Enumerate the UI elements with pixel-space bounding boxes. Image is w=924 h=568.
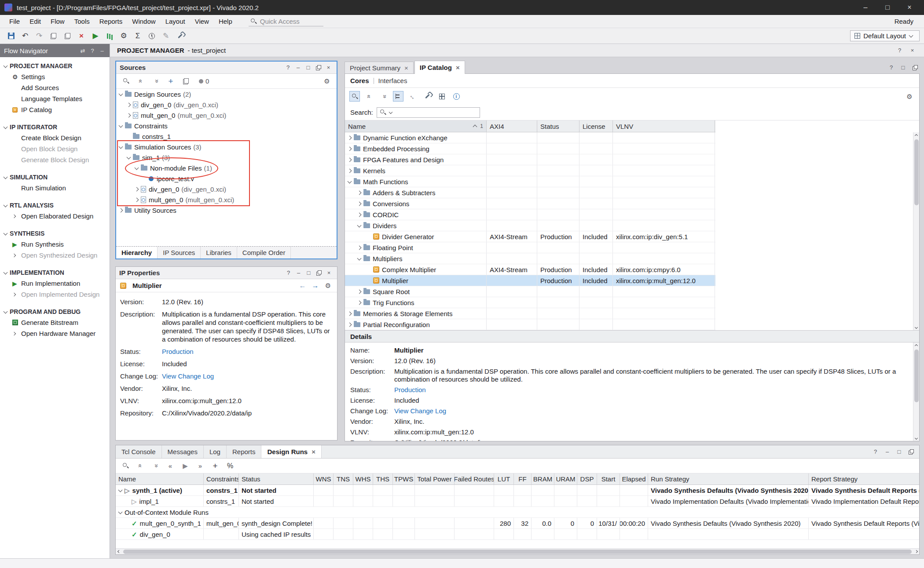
catalog-row-dividers[interactable]: Dividers	[345, 220, 715, 231]
tab-design-runs[interactable]: Design Runs×	[261, 445, 321, 458]
minimize-panel-icon[interactable]: –	[99, 46, 106, 55]
runs-column-report-strategy[interactable]: Report Strategy	[809, 473, 919, 484]
dock-icon[interactable]: ⇄	[79, 46, 86, 55]
edit-icon[interactable]: ✎	[159, 30, 172, 42]
maximize-window-button[interactable]: □	[877, 2, 898, 13]
section-header-ip-integrator[interactable]: IP INTEGRATOR	[0, 122, 110, 132]
nav-item-open-hardware-manager[interactable]: Open Hardware Manager	[0, 328, 110, 339]
chevron-right-icon[interactable]	[135, 187, 139, 191]
search-icon[interactable]	[120, 461, 131, 471]
tree-item-mult-gen-0[interactable]: mult_gen_0(mult_gen_0.xci)	[116, 194, 337, 205]
menu-edit[interactable]: Edit	[25, 16, 46, 27]
float-panel-icon[interactable]	[314, 63, 323, 72]
debug-icon[interactable]	[173, 30, 187, 42]
chevron-down-icon[interactable]	[127, 155, 131, 159]
chevron-right-icon[interactable]	[357, 245, 362, 250]
scroll-down-icon[interactable]	[913, 324, 920, 330]
menu-flow[interactable]: Flow	[46, 16, 70, 27]
nav-item-add-sources[interactable]: Add Sources	[0, 82, 110, 93]
skip-ahead-icon[interactable]: »	[195, 461, 205, 471]
runs-column-wns[interactable]: WNS	[314, 473, 334, 484]
tab-ip-sources[interactable]: IP Sources	[158, 247, 201, 259]
tree-item-utility-sources[interactable]: Utility Sources	[116, 205, 337, 215]
back-icon[interactable]: ←	[298, 281, 307, 290]
add-sources-icon[interactable]: +	[165, 76, 176, 87]
catalog-column-status[interactable]: Status	[537, 120, 579, 132]
tab-tcl-console[interactable]: Tcl Console	[116, 445, 162, 458]
catalog-column-vlnv[interactable]: VLNV	[613, 120, 715, 132]
chevron-down-icon[interactable]	[119, 91, 123, 96]
nav-item-open-implemented-design[interactable]: Open Implemented Design	[0, 289, 110, 300]
redo-icon[interactable]: ↷	[33, 30, 46, 42]
scroll-right-icon[interactable]	[913, 549, 919, 555]
create-runs-icon[interactable]: +	[210, 461, 220, 471]
catalog-column-name[interactable]: Name1	[345, 120, 487, 132]
chevron-right-icon[interactable]	[357, 289, 362, 294]
catalog-row-kernels[interactable]: Kernels	[345, 165, 715, 176]
runs-column-bram[interactable]: BRAM	[532, 473, 554, 484]
expand-view-icon[interactable]: ↔	[407, 91, 418, 102]
catalog-row-math-functions[interactable]: Math Functions	[345, 176, 715, 187]
catalog-row-floating-point[interactable]: Floating Point	[345, 242, 715, 253]
runs-column-name[interactable]: Name	[116, 473, 204, 484]
chevron-right-icon[interactable]	[348, 146, 352, 151]
chevron-right-icon[interactable]	[348, 168, 352, 173]
menu-window[interactable]: Window	[127, 16, 160, 27]
section-header-synthesis[interactable]: SYNTHESIS	[0, 228, 110, 239]
scroll-up-icon[interactable]	[913, 342, 920, 349]
settings-icon[interactable]: ⚙	[117, 30, 130, 42]
chevron-right-icon[interactable]	[357, 300, 362, 305]
chevron-down-icon[interactable]	[118, 488, 123, 492]
catalog-row-memories-storage-elements[interactable]: Memories & Storage Elements	[345, 308, 715, 319]
chevron-right-icon[interactable]	[348, 311, 352, 316]
details-field-value[interactable]: View Change Log	[394, 407, 914, 415]
settings-gear-icon[interactable]: ⚙	[904, 91, 915, 102]
help-icon[interactable]: ?	[895, 46, 904, 55]
scroll-down-icon[interactable]	[913, 435, 920, 441]
chevron-right-icon[interactable]	[348, 322, 352, 327]
tree-item-mult-gen-0[interactable]: mult_gen_0(mult_gen_0.xci)	[116, 110, 337, 120]
settings-gear-icon[interactable]: ⚙	[322, 76, 332, 87]
close-window-button[interactable]: ×	[899, 2, 920, 13]
float-panel-icon[interactable]	[910, 63, 920, 72]
nav-item-run-synthesis[interactable]: ▶Run Synthesis	[0, 239, 110, 250]
tab-ip-catalog[interactable]: IP Catalog×	[414, 61, 465, 74]
maximize-panel-icon[interactable]: □	[304, 268, 313, 277]
catalog-row-cordic[interactable]: CORDIC	[345, 209, 715, 220]
close-panel-icon[interactable]: ×	[324, 268, 334, 277]
runs-column-status[interactable]: Status	[239, 473, 314, 484]
catalog-row-trig-functions[interactable]: Trig Functions	[345, 297, 715, 308]
chevron-right-icon[interactable]	[135, 197, 139, 202]
ip-search-input[interactable]	[377, 107, 480, 118]
runs-column-start[interactable]: Start	[597, 473, 620, 484]
details-scrollbar[interactable]	[913, 342, 919, 441]
help-icon[interactable]: ?	[283, 63, 293, 72]
chevron-down-icon[interactable]	[118, 510, 123, 514]
search-icon[interactable]	[121, 76, 131, 87]
runs-column-whs[interactable]: WHS	[353, 473, 373, 484]
chevron-right-icon[interactable]	[127, 113, 131, 117]
float-panel-icon[interactable]	[314, 268, 323, 277]
expand-all-icon[interactable]: «	[150, 76, 161, 87]
nav-item-settings[interactable]: ⚙Settings	[0, 71, 110, 82]
catalog-row-divider-generator[interactable]: Divider GeneratorAXI4-StreamProductionIn…	[345, 231, 715, 242]
nav-item-run-simulation[interactable]: Run Simulation	[0, 182, 110, 193]
launch-runs-icon[interactable]: ▶	[180, 461, 191, 471]
save-icon[interactable]	[4, 30, 18, 42]
menu-help[interactable]: Help	[214, 16, 237, 27]
nav-item-open-synthesized-design[interactable]: Open Synthesized Design	[0, 250, 110, 261]
nav-item-generate-bitstream[interactable]: Generate Bitstream	[0, 317, 110, 328]
menu-file[interactable]: File	[4, 16, 25, 27]
catalog-row-fpga-features-and-design[interactable]: FPGA Features and Design	[345, 154, 715, 165]
runs-column-failed-routes[interactable]: Failed Routes	[455, 473, 494, 484]
clock-icon[interactable]	[145, 30, 158, 42]
runs-column-elapsed[interactable]: Elapsed	[620, 473, 648, 484]
chevron-down-icon[interactable]	[119, 144, 123, 149]
tree-item-design-sources[interactable]: Design Sources(2)	[116, 89, 337, 99]
collapse-all-icon[interactable]: «	[136, 76, 146, 87]
help-icon[interactable]: ?	[887, 63, 896, 72]
minimize-panel-icon[interactable]: –	[883, 447, 892, 456]
tab-messages[interactable]: Messages	[162, 445, 204, 458]
run-row-div-gen-0[interactable]: ✓div_gen_0Using cached IP results	[116, 529, 919, 540]
chevron-right-icon[interactable]	[127, 102, 131, 107]
